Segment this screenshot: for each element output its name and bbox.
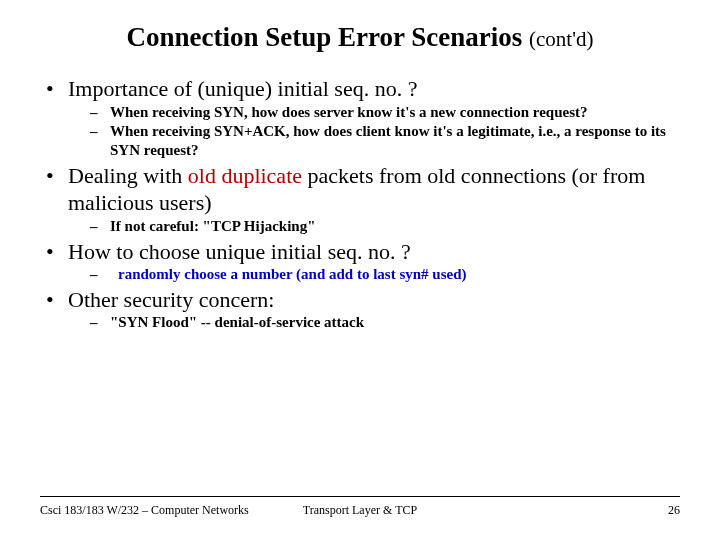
sub-list: randomly choose a number (and add to las… (68, 265, 680, 284)
bullet-security: Other security concern: "SYN Flood" -- d… (40, 286, 680, 332)
footer-course: Csci 183/183 W/232 – Computer Networks (40, 503, 258, 518)
bullet-list: Importance of (unique) initial seq. no. … (40, 75, 680, 332)
slide: Connection Setup Error Scenarios (cont'd… (0, 0, 720, 540)
title-suffix: (cont'd) (529, 27, 593, 51)
sub-list: "SYN Flood" -- denial-of-service attack (68, 313, 680, 332)
highlight-blue: randomly choose a number (and add to las… (118, 266, 467, 282)
bullet-importance: Importance of (unique) initial seq. no. … (40, 75, 680, 160)
bullet-choose: How to choose unique initial seq. no. ? … (40, 238, 680, 284)
sub-text: If not careful: "TCP Hijacking" (110, 218, 316, 234)
sub-item: When receiving SYN+ACK, how does client … (88, 122, 680, 160)
sub-list: If not careful: "TCP Hijacking" (68, 217, 680, 236)
sub-list: When receiving SYN, how does server know… (68, 103, 680, 160)
sub-item: If not careful: "TCP Hijacking" (88, 217, 680, 236)
sub-item: When receiving SYN, how does server know… (88, 103, 680, 122)
sub-text: When receiving SYN, how does server know… (110, 104, 588, 120)
sub-text: When receiving SYN+ACK, how does client … (110, 123, 666, 158)
bullet-dealing: Dealing with old duplicate packets from … (40, 162, 680, 236)
sub-text: "SYN Flood" -- denial-of-service attack (110, 314, 364, 330)
footer-page-number: 26 (462, 503, 680, 518)
bullet-pre: Dealing with (68, 163, 188, 188)
bullet-text: How to choose unique initial seq. no. ? (68, 239, 411, 264)
highlight-red: old duplicate (188, 163, 302, 188)
sub-item: "SYN Flood" -- denial-of-service attack (88, 313, 680, 332)
slide-content: Importance of (unique) initial seq. no. … (40, 75, 680, 332)
title-main: Connection Setup Error Scenarios (127, 22, 530, 52)
footer-row: Csci 183/183 W/232 – Computer Networks T… (40, 503, 680, 518)
slide-footer: Csci 183/183 W/232 – Computer Networks T… (40, 496, 680, 518)
slide-title: Connection Setup Error Scenarios (cont'd… (40, 22, 680, 53)
footer-topic: Transport Layer & TCP (258, 503, 463, 518)
bullet-text: Importance of (unique) initial seq. no. … (68, 76, 417, 101)
bullet-text: Other security concern: (68, 287, 274, 312)
sub-item: randomly choose a number (and add to las… (88, 265, 680, 284)
